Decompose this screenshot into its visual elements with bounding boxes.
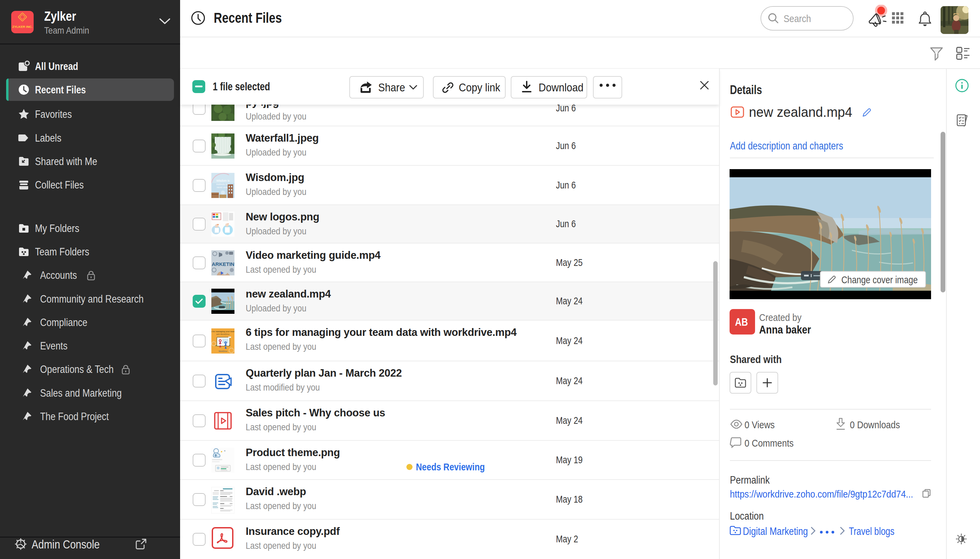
svg-text:WorkDrive: WorkDrive	[219, 350, 227, 352]
svg-text:ARKETIN: ARKETIN	[212, 261, 234, 267]
svg-text:never ends.: never ends.	[217, 186, 229, 189]
svg-text:Wisdom is: Wisdom is	[216, 179, 229, 182]
svg-text:6 Tips for managing your team: 6 Tips for managing your team data	[211, 331, 234, 332]
svg-text:instincts that: instincts that	[216, 183, 230, 185]
svg-text:ZYLKER INC.: ZYLKER INC.	[12, 25, 33, 28]
svg-text:with WorkDrive: with WorkDrive	[216, 333, 230, 335]
